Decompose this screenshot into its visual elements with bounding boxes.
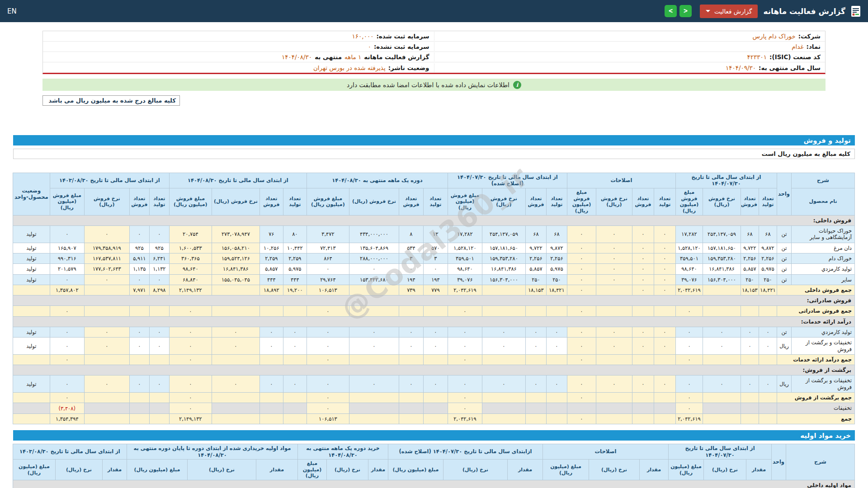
- value-cell: ۰: [307, 306, 349, 316]
- value-cell: ۰: [50, 225, 84, 243]
- column-sub-header: مبلغ (میلیون ریال): [669, 459, 704, 480]
- value-cell: ۰: [50, 375, 84, 393]
- value-cell: ۱۰,۲۵۶: [259, 243, 283, 253]
- value-cell: ۰: [448, 338, 482, 355]
- row-label-cell: جمع برگشت از فروش: [777, 393, 855, 403]
- topbar: گزارش فعالیت ماهانه گزارش فعالیت < > EN: [0, 0, 868, 22]
- value-cell: ۲۹,۷۶۴: [307, 274, 349, 285]
- company-name-cell: شرکت: خوراک دام پارس: [434, 32, 826, 41]
- status-cell: تولید: [13, 264, 50, 274]
- value-cell: [546, 403, 567, 413]
- value-cell: ۰: [567, 327, 596, 337]
- value-cell: ۰: [675, 327, 703, 337]
- value-cell: ۷,۹۷۱: [129, 285, 149, 296]
- value-cell: ۵,۸۵۷: [259, 264, 283, 274]
- value-cell: ۰: [307, 327, 349, 337]
- column-sub-header: تعداد تولید: [546, 188, 567, 215]
- column-sub-header: نرخ (ریال): [187, 459, 256, 480]
- value-cell: ۶۸: [546, 225, 567, 243]
- value-cell: ۸,۲۹۸: [149, 285, 169, 296]
- value-cell: [399, 306, 423, 316]
- value-cell: ۰: [546, 327, 567, 337]
- prev-report-button[interactable]: <: [679, 5, 692, 17]
- value-cell: ۰: [654, 375, 675, 393]
- value-cell: ۰: [259, 375, 283, 393]
- value-cell: ۱۸,۴۲۱: [759, 285, 777, 296]
- value-cell: [632, 413, 654, 424]
- value-cell: [525, 393, 546, 403]
- value-cell: ۱۷,۲۸۲: [675, 225, 703, 243]
- value-cell: ۰: [169, 338, 212, 355]
- column-sub-header: تعداد فروش: [525, 188, 546, 215]
- report-type-button[interactable]: گزارش فعالیت: [700, 5, 758, 18]
- sum-row: جمع برگشت از فروش۰۰۰۰۰۰: [13, 393, 854, 403]
- issuer-status-cell: وضعیت ناشر: پذیرفته شده در بورس تهران: [43, 63, 434, 72]
- unregistered-capital-value: ۰: [368, 43, 371, 50]
- status-cell: [13, 354, 50, 365]
- column-header-desc: شرح: [792, 173, 855, 188]
- value-cell: [632, 403, 654, 413]
- fiscal-year-value: ۱۴۰۴/۰۹/۳۰: [726, 64, 756, 71]
- status-cell: تولید: [13, 253, 50, 263]
- value-cell: ۳,۴۷۲: [307, 225, 349, 243]
- value-cell: ۶۸,۸۴۰: [169, 274, 212, 285]
- value-cell: ۲,۱۴۹,۱۳۲: [169, 285, 212, 296]
- next-report-button[interactable]: >: [665, 5, 677, 17]
- value-cell: [423, 403, 448, 413]
- amounts-unit-note: کلیه مبالغ درج شده به میلیون ریال می باش…: [42, 95, 180, 106]
- value-cell: ۱۶,۸۴۱,۳۸۶: [212, 264, 259, 274]
- value-cell: [703, 393, 741, 403]
- column-sub-header: تعداد فروش: [129, 188, 149, 215]
- value-cell: [84, 403, 129, 413]
- value-cell: ۹۸,۶۴۰: [169, 264, 212, 274]
- value-cell: [703, 354, 741, 365]
- value-cell: [349, 306, 399, 316]
- value-cell: ۲,۰۴۲,۶۱۹: [675, 413, 703, 424]
- value-cell: ۵,۹۱۱: [129, 253, 149, 263]
- value-cell: ۰: [567, 225, 596, 243]
- value-cell: ۰: [423, 327, 448, 337]
- column-group-header: اصلاحات: [542, 444, 668, 460]
- value-cell: ۱۵۹,۳۵۳,۲۸۰: [482, 253, 525, 263]
- section-title-production: تولید و فروش: [13, 135, 855, 145]
- value-cell: ۰: [84, 375, 129, 393]
- value-cell: [349, 413, 399, 424]
- unit-cell: تن: [777, 327, 792, 337]
- value-cell: ۱,۳۵۷,۸۰۲: [50, 285, 84, 296]
- row-label-cell: جمع درآمد ارائه خدمات: [777, 354, 855, 365]
- value-cell: ۰: [632, 225, 654, 243]
- value-cell: ۰: [399, 338, 423, 355]
- section-title-production-text: تولید و فروش: [804, 136, 851, 145]
- value-cell: [482, 403, 525, 413]
- value-cell: ۰: [307, 375, 349, 393]
- language-toggle[interactable]: EN: [7, 7, 17, 15]
- value-cell: ۰: [423, 375, 448, 393]
- value-cell: ۹,۷۲۲: [525, 243, 546, 253]
- column-header-product: نام محصول: [792, 188, 855, 215]
- value-cell: [525, 306, 546, 316]
- product-name-cell: تخفیفات و برگشت از فروش: [792, 375, 855, 393]
- value-cell: [654, 306, 675, 316]
- value-cell: ۵۳۴: [399, 243, 423, 253]
- product-name-cell: تخفیفات و برگشت از فروش: [792, 338, 855, 355]
- value-cell: [283, 393, 307, 403]
- caret-down-icon: [706, 10, 710, 12]
- value-cell: [525, 354, 546, 365]
- value-cell: ۰: [741, 338, 759, 355]
- value-cell: [525, 403, 546, 413]
- sum-row: جمع فروش صادراتی۰۰۰۰۰۰: [13, 306, 854, 316]
- value-cell: [84, 306, 129, 316]
- value-cell: ۰: [349, 264, 399, 274]
- column-group-header: از ابتدای سال مالی تا تاریخ ۱۴۰۴/۰۷/۳۰: [669, 444, 772, 460]
- value-cell: [84, 393, 129, 403]
- symbol-value: غدام: [792, 43, 803, 50]
- column-sub-header: تعداد تولید: [283, 188, 307, 215]
- value-cell: ۵,۹۷۵: [546, 264, 567, 274]
- value-cell: [596, 393, 632, 403]
- value-cell: ۰: [50, 274, 84, 285]
- value-cell: ۰: [307, 403, 349, 413]
- report-nav: < >: [665, 5, 692, 17]
- value-cell: ۱۶,۸۴۱,۳۸۶: [703, 264, 741, 274]
- value-cell: ۱۸,۴۲۱: [546, 285, 567, 296]
- value-cell: ۰: [632, 243, 654, 253]
